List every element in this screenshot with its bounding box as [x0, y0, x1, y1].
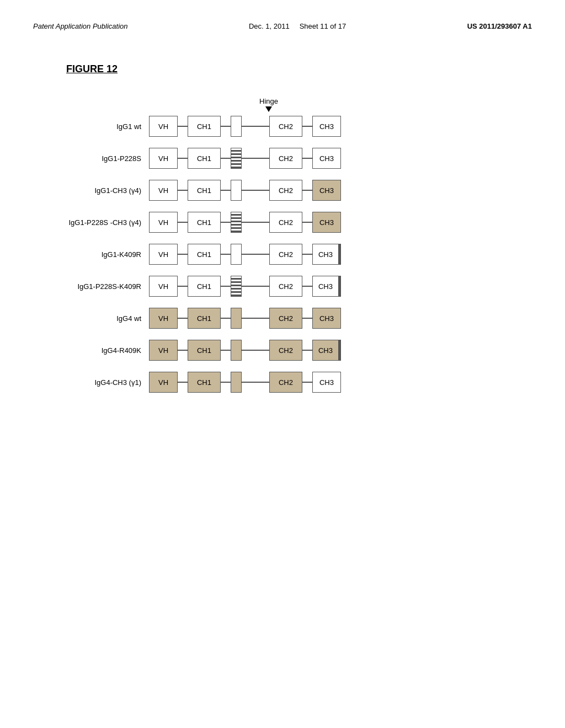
- connector: [178, 222, 188, 223]
- hinge-domain: [231, 276, 242, 297]
- connector-long: [242, 126, 269, 127]
- antibody-row: IgG4-CH3 (γ1)VHCH1CH2CH3: [44, 370, 532, 394]
- connector: [221, 158, 231, 159]
- ch2-domain: CH2: [269, 276, 302, 297]
- connector: [302, 190, 312, 191]
- connector: [221, 318, 231, 319]
- row-diagram: VHCH1CH2CH3: [149, 276, 532, 297]
- ch2-domain: CH2: [269, 308, 302, 329]
- connector: [178, 126, 188, 127]
- antibody-row: IgG4-R409KVHCH1CH2CH3: [44, 338, 532, 362]
- ch2-domain: CH2: [269, 372, 302, 393]
- connector: [302, 382, 312, 383]
- hinge-domain: [231, 372, 242, 393]
- ch3-domain: CH3: [312, 340, 341, 361]
- antibody-row: IgG1-P228SVHCH1CH2CH3: [44, 146, 532, 170]
- connector: [178, 350, 188, 351]
- connector: [221, 254, 231, 255]
- connector: [302, 254, 312, 255]
- diagram-area: Hinge IgG1 wtVHCH1CH2CH3IgG1-P228SVHCH1C…: [44, 97, 532, 394]
- connector: [178, 254, 188, 255]
- row-label: IgG1-P228S-K409R: [44, 282, 149, 291]
- ch1-domain: CH1: [188, 276, 221, 297]
- ch3-domain: CH3: [312, 244, 341, 265]
- row-label: IgG1 wt: [44, 122, 149, 131]
- connector-long: [242, 286, 269, 287]
- hinge-domain: [231, 116, 242, 137]
- vh-domain: VH: [149, 244, 178, 265]
- hinge-domain: [231, 308, 242, 329]
- connector: [302, 126, 312, 127]
- antibody-row: IgG1 wtVHCH1CH2CH3: [44, 114, 532, 138]
- vh-domain: VH: [149, 212, 178, 233]
- header-publication: Patent Application Publication: [33, 22, 128, 30]
- hinge-domain: [231, 180, 242, 201]
- vh-domain: VH: [149, 148, 178, 169]
- connector-long: [242, 158, 269, 159]
- antibody-row: IgG1-CH3 (γ4)VHCH1CH2CH3: [44, 178, 532, 202]
- vh-domain: VH: [149, 116, 178, 137]
- hinge-domain: [231, 340, 242, 361]
- header-sheet: Sheet 11 of 17: [300, 22, 347, 30]
- vh-domain: VH: [149, 372, 178, 393]
- connector-long: [242, 254, 269, 255]
- connector-long: [242, 222, 269, 223]
- row-label: IgG1-K409R: [44, 250, 149, 259]
- row-diagram: VHCH1CH2CH3: [149, 116, 532, 137]
- row-diagram: VHCH1CH2CH3: [149, 340, 532, 361]
- connector: [178, 318, 188, 319]
- row-label: IgG1-P228S: [44, 154, 149, 163]
- hinge-domain: [231, 244, 242, 265]
- connector: [221, 350, 231, 351]
- hinge-domain: [231, 148, 242, 169]
- ch2-domain: CH2: [269, 340, 302, 361]
- vh-domain: VH: [149, 276, 178, 297]
- figure-title: FIGURE 12: [66, 63, 532, 75]
- connector: [221, 126, 231, 127]
- connector: [302, 350, 312, 351]
- ch2-domain: CH2: [269, 148, 302, 169]
- header-date: Dec. 1, 2011: [249, 22, 290, 30]
- ch3-domain: CH3: [312, 212, 341, 233]
- row-label: IgG4-CH3 (γ1): [44, 378, 149, 387]
- ch1-domain: CH1: [188, 244, 221, 265]
- ch3-domain: CH3: [312, 276, 341, 297]
- ch1-domain: CH1: [188, 308, 221, 329]
- connector: [221, 190, 231, 191]
- page: Patent Application Publication Dec. 1, 2…: [0, 0, 565, 728]
- connector: [178, 382, 188, 383]
- row-label: IgG4-R409K: [44, 346, 149, 355]
- connector: [302, 318, 312, 319]
- row-label: IgG1-P228S -CH3 (γ4): [44, 218, 149, 227]
- connector: [221, 222, 231, 223]
- antibody-row: IgG1-P228S -CH3 (γ4)VHCH1CH2CH3: [44, 210, 532, 234]
- row-diagram: VHCH1CH2CH3: [149, 180, 532, 201]
- ch3-domain: CH3: [312, 148, 341, 169]
- row-diagram: VHCH1CH2CH3: [149, 372, 532, 393]
- hinge-text: Hinge: [259, 97, 278, 105]
- ch3-domain: CH3: [312, 180, 341, 201]
- ch3-domain: CH3: [312, 308, 341, 329]
- connector-long: [242, 350, 269, 351]
- ch1-domain: CH1: [188, 148, 221, 169]
- vh-domain: VH: [149, 340, 178, 361]
- connector-long: [242, 318, 269, 319]
- connector: [302, 158, 312, 159]
- row-label: IgG4 wt: [44, 314, 149, 323]
- page-header: Patent Application Publication Dec. 1, 2…: [33, 22, 532, 30]
- connector-long: [242, 190, 269, 191]
- antibody-rows-container: IgG1 wtVHCH1CH2CH3IgG1-P228SVHCH1CH2CH3I…: [44, 114, 532, 394]
- ch2-domain: CH2: [269, 180, 302, 201]
- ch2-domain: CH2: [269, 212, 302, 233]
- ch3-domain: CH3: [312, 116, 341, 137]
- connector: [302, 222, 312, 223]
- connector: [178, 158, 188, 159]
- hinge-indicator: Hinge: [259, 97, 278, 112]
- header-patent: US 2011/293607 A1: [467, 22, 532, 30]
- connector-long: [242, 382, 269, 383]
- antibody-row: IgG1-P228S-K409RVHCH1CH2CH3: [44, 274, 532, 298]
- ch2-domain: CH2: [269, 116, 302, 137]
- header-date-sheet: Dec. 1, 2011 Sheet 11 of 17: [249, 22, 346, 30]
- connector: [221, 286, 231, 287]
- row-diagram: VHCH1CH2CH3: [149, 244, 532, 265]
